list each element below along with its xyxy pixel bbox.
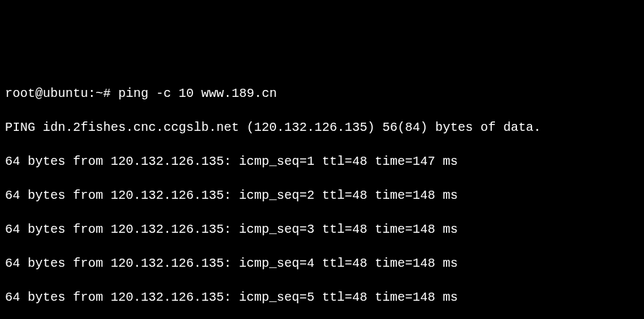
prompt-host: ubuntu xyxy=(43,86,88,101)
prompt-colon: : xyxy=(88,86,96,101)
ping-reply: 64 bytes from 120.132.126.135: icmp_seq=… xyxy=(5,289,639,306)
prompt-at: @ xyxy=(35,86,43,101)
prompt-path: ~ xyxy=(96,86,103,101)
ping-reply: 64 bytes from 120.132.126.135: icmp_seq=… xyxy=(5,153,639,170)
ping-reply: 64 bytes from 120.132.126.135: icmp_seq=… xyxy=(5,255,639,272)
ping-reply: 64 bytes from 120.132.126.135: icmp_seq=… xyxy=(5,221,639,238)
command-line: root@ubuntu:~# ping -c 10 www.189.cn xyxy=(5,85,639,102)
ping-header: PING idn.2fishes.cnc.ccgslb.net (120.132… xyxy=(5,119,639,136)
prompt-user: root xyxy=(5,86,35,101)
command-text: ping -c 10 www.189.cn xyxy=(111,86,277,101)
prompt-hash: # xyxy=(103,86,111,101)
ping-reply: 64 bytes from 120.132.126.135: icmp_seq=… xyxy=(5,187,639,204)
terminal-output[interactable]: root@ubuntu:~# ping -c 10 www.189.cn PIN… xyxy=(0,68,644,319)
